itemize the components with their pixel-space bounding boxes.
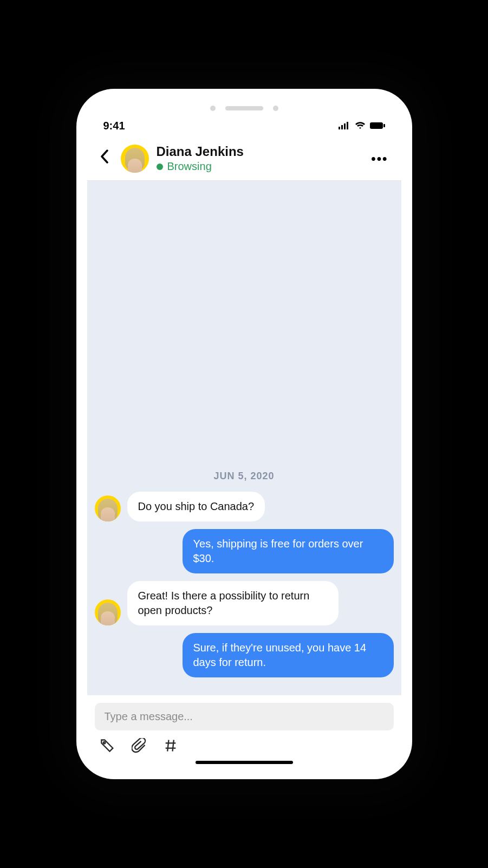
message-bubble-out: Yes, shipping is free for orders over $3…	[183, 529, 394, 573]
paperclip-icon	[132, 738, 147, 753]
message-bubble-in: Great! Is there a possibility to return …	[127, 581, 339, 625]
battery-icon	[370, 122, 385, 129]
chevron-left-icon	[100, 149, 109, 164]
wifi-icon	[355, 122, 366, 129]
phone-frame: 9:41	[76, 89, 412, 779]
home-indicator[interactable]	[196, 761, 293, 764]
device-notch	[87, 103, 401, 114]
back-button[interactable]	[96, 147, 113, 169]
svg-line-9	[167, 740, 168, 752]
message-bubble-out: Sure, if they're unused, you have 14 day…	[183, 633, 394, 677]
svg-point-6	[103, 742, 105, 744]
svg-rect-5	[383, 124, 385, 127]
contact-name: Diana Jenkins	[157, 144, 360, 159]
message-row-in: Do you ship to Canada?	[95, 492, 394, 521]
message-input[interactable]: Type a message...	[95, 703, 394, 730]
contact-avatar[interactable]	[121, 145, 149, 173]
tag-icon	[100, 738, 115, 753]
message-avatar	[95, 495, 121, 521]
svg-rect-1	[341, 125, 343, 129]
svg-rect-4	[370, 122, 383, 129]
cellular-icon	[339, 122, 350, 129]
message-avatar	[95, 599, 121, 625]
date-divider: JUN 5, 2020	[95, 471, 394, 482]
svg-rect-0	[339, 127, 340, 129]
message-bubble-in: Do you ship to Canada?	[127, 492, 265, 521]
composer-area: Type a message...	[87, 695, 401, 768]
contact-info: Diana Jenkins Browsing	[157, 144, 360, 173]
more-button[interactable]: •••	[367, 147, 392, 171]
composer-toolbar	[95, 730, 394, 758]
svg-rect-2	[344, 123, 346, 129]
status-text: Browsing	[167, 160, 212, 173]
status-bar: 9:41	[87, 114, 401, 138]
phone-screen: 9:41	[87, 100, 401, 768]
svg-line-10	[172, 740, 173, 752]
message-row-out: Yes, shipping is free for orders over $3…	[95, 529, 394, 573]
status-dot-icon	[157, 164, 163, 170]
tag-button[interactable]	[100, 738, 115, 755]
hash-icon	[163, 738, 178, 753]
contact-status: Browsing	[157, 160, 360, 173]
chat-body[interactable]: JUN 5, 2020 Do you ship to Canada? Yes, …	[87, 181, 401, 695]
message-input-placeholder: Type a message...	[105, 710, 193, 722]
hashtag-button[interactable]	[163, 738, 178, 755]
status-indicators	[339, 122, 385, 129]
chat-header: Diana Jenkins Browsing •••	[87, 138, 401, 181]
svg-rect-3	[347, 122, 348, 129]
message-row-in: Great! Is there a possibility to return …	[95, 581, 394, 625]
message-row-out: Sure, if they're unused, you have 14 day…	[95, 633, 394, 677]
status-time: 9:41	[103, 120, 125, 132]
attach-button[interactable]	[132, 738, 147, 755]
